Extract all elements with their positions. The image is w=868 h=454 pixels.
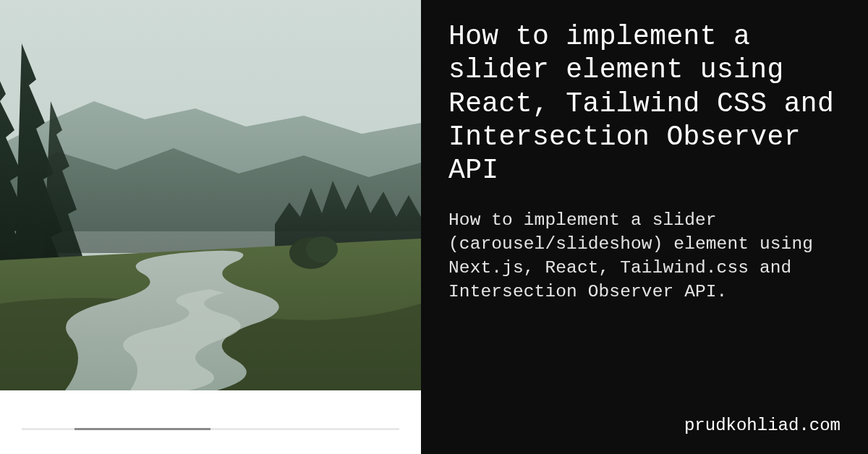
progress-fill [75,428,210,430]
image-panel [0,0,421,454]
site-domain: prudkohliad.com [448,416,841,435]
content-panel: How to implement a slider element using … [421,0,868,454]
article-description: How to implement a slider (carousel/slid… [448,208,841,304]
svg-rect-3 [0,0,421,390]
hero-image [0,0,421,390]
progress-track[interactable] [22,428,399,430]
article-title: How to implement a slider element using … [448,20,841,188]
